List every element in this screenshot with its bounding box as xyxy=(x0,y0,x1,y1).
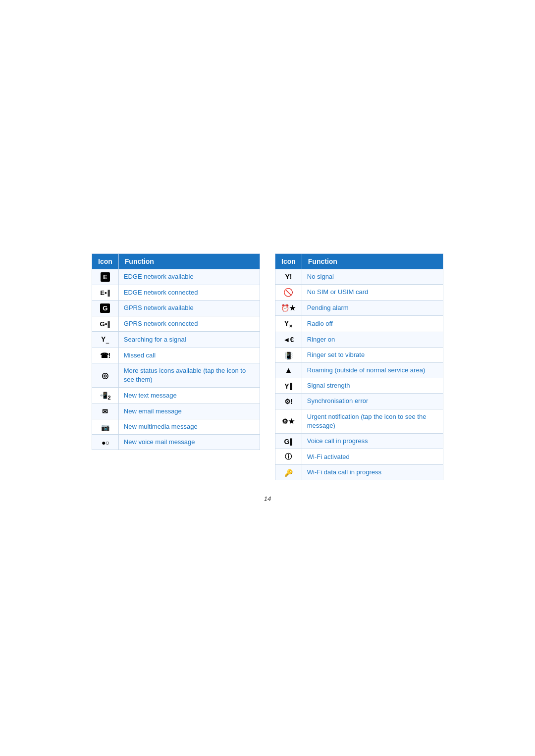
table-row: GGPRS network available xyxy=(92,300,260,316)
icon-cell: Y... xyxy=(92,331,119,348)
icon-cell: ⓘ xyxy=(275,449,302,465)
function-cell: More status icons available (tap the ico… xyxy=(118,363,260,387)
page-number: 14 xyxy=(264,495,271,503)
icon-cell: Y! xyxy=(275,269,302,284)
icon-cell: G▪‖ xyxy=(92,316,119,331)
function-cell: New text message xyxy=(118,388,260,404)
function-cell: Wi-Fi data call in progress xyxy=(302,465,443,480)
function-cell: Wi-Fi activated xyxy=(302,449,443,465)
icon-cell: G‖ xyxy=(275,434,302,449)
icon-cell: 📷 xyxy=(92,419,119,435)
icon-cell: ●○ xyxy=(92,435,119,450)
right-header-icon: Icon xyxy=(275,253,302,269)
function-cell: GPRS network connected xyxy=(118,316,260,331)
icon-cell: 📳 xyxy=(275,347,302,362)
function-cell: Voice call in progress xyxy=(302,434,443,449)
function-cell: Radio off xyxy=(302,315,443,332)
table-row: ☎!Missed call xyxy=(92,348,260,363)
table-row: 📳Ringer set to vibrate xyxy=(275,347,443,362)
icon-cell: ◄€ xyxy=(275,332,302,347)
table-row: G‖Voice call in progress xyxy=(275,434,443,449)
icon-cell: ⏰★ xyxy=(275,300,302,315)
table-row: EEDGE network available xyxy=(92,269,260,285)
table-row: 📲2New text message xyxy=(92,388,260,404)
table-row: 📷New multimedia message xyxy=(92,419,260,435)
function-cell: Searching for a signal xyxy=(118,331,260,348)
table-row: 🔑Wi-Fi data call in progress xyxy=(275,465,443,480)
icon-cell: ⚙! xyxy=(275,394,302,409)
icon-cell: 🔑 xyxy=(275,465,302,480)
function-cell: New multimedia message xyxy=(118,419,260,435)
table-row: ◎More status icons available (tap the ic… xyxy=(92,363,260,387)
left-header-icon: Icon xyxy=(92,253,119,269)
table-row: ✉New email message xyxy=(92,403,260,419)
function-cell: Ringer set to vibrate xyxy=(302,347,443,362)
icon-cell: ◎ xyxy=(92,363,119,387)
icon-cell: ▲ xyxy=(275,363,302,378)
icon-cell: ✉ xyxy=(92,403,119,419)
icon-cell: 🚫 xyxy=(275,284,302,300)
function-cell: Pending alarm xyxy=(302,300,443,315)
function-cell: Synchronisation error xyxy=(302,394,443,409)
table-row: Y✕Radio off xyxy=(275,315,443,332)
table-row: Y...Searching for a signal xyxy=(92,331,260,348)
function-cell: New email message xyxy=(118,403,260,419)
icon-cell: ☎! xyxy=(92,348,119,363)
icon-cell: Y✕ xyxy=(275,315,302,332)
function-cell: New voice mail message xyxy=(118,435,260,450)
right-table: Icon Function Y!No signal🚫No SIM or USIM… xyxy=(275,253,443,481)
right-header-function: Function xyxy=(302,253,443,269)
left-header-function: Function xyxy=(118,253,260,269)
table-row: 🚫No SIM or USIM card xyxy=(275,284,443,300)
icon-cell: Y‖ xyxy=(275,378,302,394)
icon-cell: 📲2 xyxy=(92,388,119,404)
table-row: Y!No signal xyxy=(275,269,443,284)
function-cell: No signal xyxy=(302,269,443,284)
table-row: Y‖Signal strength xyxy=(275,378,443,394)
function-cell: GPRS network available xyxy=(118,300,260,316)
table-row: ⚙★Urgent notification (tap the icon to s… xyxy=(275,409,443,433)
function-cell: No SIM or USIM card xyxy=(302,284,443,300)
function-cell: Signal strength xyxy=(302,378,443,394)
page-container: Icon Function EEDGE network availableE▪‖… xyxy=(0,0,535,756)
table-row: ⚙!Synchronisation error xyxy=(275,394,443,409)
table-row: ⓘWi-Fi activated xyxy=(275,449,443,465)
tables-wrapper: Icon Function EEDGE network availableE▪‖… xyxy=(92,253,443,481)
function-cell: Missed call xyxy=(118,348,260,363)
icon-cell: E xyxy=(92,269,119,285)
table-row: E▪‖EDGE network connected xyxy=(92,285,260,300)
function-cell: Roaming (outside of normal service area) xyxy=(302,363,443,378)
table-row: G▪‖GPRS network connected xyxy=(92,316,260,331)
table-row: ⏰★Pending alarm xyxy=(275,300,443,315)
function-cell: EDGE network available xyxy=(118,269,260,285)
function-cell: Urgent notification (tap the icon to see… xyxy=(302,409,443,433)
table-row: ▲Roaming (outside of normal service area… xyxy=(275,363,443,378)
left-table: Icon Function EEDGE network availableE▪‖… xyxy=(92,253,260,451)
icon-cell: E▪‖ xyxy=(92,285,119,300)
function-cell: Ringer on xyxy=(302,332,443,347)
table-row: ◄€Ringer on xyxy=(275,332,443,347)
function-cell: EDGE network connected xyxy=(118,285,260,300)
table-row: ●○New voice mail message xyxy=(92,435,260,450)
icon-cell: G xyxy=(92,300,119,316)
icon-cell: ⚙★ xyxy=(275,409,302,433)
